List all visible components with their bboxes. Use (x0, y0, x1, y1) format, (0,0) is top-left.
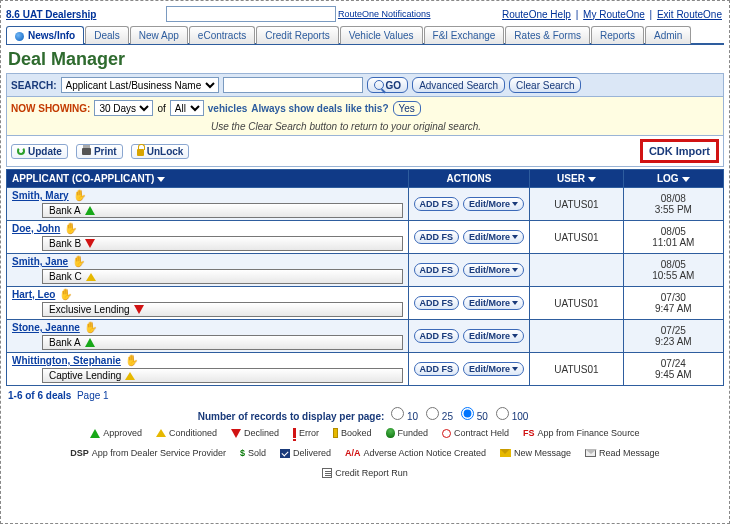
records-option-100[interactable]: 100 (496, 411, 528, 422)
applicant-link[interactable]: Doe, John (12, 223, 60, 234)
approved-icon (85, 206, 95, 215)
tab-vehicle-values[interactable]: Vehicle Values (340, 26, 423, 44)
advanced-search-button[interactable]: Advanced Search (412, 77, 505, 93)
tab-f-i-exchange[interactable]: F&I Exchange (424, 26, 505, 44)
tab-new-app[interactable]: New App (130, 26, 188, 44)
search-icon (374, 80, 384, 90)
edit-more-button[interactable]: Edit/More (463, 362, 524, 376)
edit-more-button[interactable]: Edit/More (463, 230, 524, 244)
unlock-button[interactable]: UnLock (131, 144, 190, 159)
top-links: RouteOne Help | My RouteOne | Exit Route… (500, 9, 724, 20)
tab-econtracts[interactable]: eContracts (189, 26, 255, 44)
sort-icon (682, 177, 690, 182)
notifications-link[interactable]: RouteOne Notifications (338, 9, 431, 19)
add-fs-button[interactable]: ADD FS (414, 296, 460, 310)
records-option-10[interactable]: 10 (391, 411, 418, 422)
hand-icon: ✋ (59, 289, 73, 300)
applicant-link[interactable]: Whittington, Stephanie (12, 355, 121, 366)
applicant-link[interactable]: Smith, Mary (12, 190, 69, 201)
chevron-down-icon (512, 235, 518, 239)
main-tabs: News/InfoDealsNew AppeContractsCredit Re… (6, 25, 724, 45)
credit-report-icon (322, 468, 332, 478)
page-title: Deal Manager (8, 49, 722, 70)
search-bar: SEARCH: Applicant Last/Business Name GO … (6, 73, 724, 97)
notification-input[interactable] (166, 6, 336, 22)
lock-icon (137, 149, 144, 156)
hand-icon: ✋ (73, 190, 87, 201)
filter-select[interactable]: All (170, 100, 204, 116)
tab-rates-forms[interactable]: Rates & Forms (505, 26, 590, 44)
hand-icon: ✋ (125, 355, 139, 366)
tab-news-info[interactable]: News/Info (6, 26, 84, 44)
col-user[interactable]: USER (530, 170, 623, 188)
funded-icon (386, 428, 395, 438)
cdk-import-button[interactable]: CDK Import (640, 139, 719, 163)
now-showing-bar: NOW SHOWING: 30 Days of All vehicles Alw… (6, 97, 724, 136)
add-fs-button[interactable]: ADD FS (414, 197, 460, 211)
bank-chip[interactable]: Bank A (42, 203, 403, 218)
search-input[interactable] (223, 77, 363, 93)
applicant-link[interactable]: Smith, Jane (12, 256, 68, 267)
records-option-50[interactable]: 50 (461, 411, 488, 422)
log-cell: 07/259:23 AM (623, 320, 723, 353)
yes-button[interactable]: Yes (393, 101, 421, 116)
user-cell (530, 254, 623, 287)
clear-search-button[interactable]: Clear Search (509, 77, 581, 93)
applicant-link[interactable]: Hart, Leo (12, 289, 55, 300)
tab-reports[interactable]: Reports (591, 26, 644, 44)
add-fs-button[interactable]: ADD FS (414, 329, 460, 343)
table-row: Whittington, Stephanie✋Captive Lending A… (7, 353, 724, 386)
sort-icon (157, 177, 165, 182)
bank-chip[interactable]: Captive Lending (42, 368, 403, 383)
col-log[interactable]: LOG (623, 170, 723, 188)
of-label: of (157, 103, 165, 114)
records-option-25[interactable]: 25 (426, 411, 453, 422)
error-icon (293, 428, 296, 438)
update-button[interactable]: Update (11, 144, 68, 159)
declined-icon (231, 429, 241, 438)
tab-credit-reports[interactable]: Credit Reports (256, 26, 338, 44)
legend: Approved Conditioned Declined Error Book… (6, 428, 724, 478)
bank-chip[interactable]: Bank B (42, 236, 403, 251)
my-routeone-link[interactable]: My RouteOne (583, 9, 645, 20)
table-row: Doe, John✋Bank B ADD FSEdit/MoreUATUS010… (7, 221, 724, 254)
now-showing-label: NOW SHOWING: (11, 103, 90, 114)
go-button[interactable]: GO (367, 77, 409, 93)
chevron-down-icon (512, 367, 518, 371)
table-row: Hart, Leo✋Exclusive Lending ADD FSEdit/M… (7, 287, 724, 320)
add-fs-button[interactable]: ADD FS (414, 263, 460, 277)
col-applicant[interactable]: APPLICANT (CO-APPLICANT) (7, 170, 409, 188)
records-per-page: Number of records to display per page: 1… (6, 407, 724, 422)
search-label: SEARCH: (11, 80, 57, 91)
delivered-icon (280, 449, 290, 458)
applicant-link[interactable]: Stone, Jeanne (12, 322, 80, 333)
edit-more-button[interactable]: Edit/More (463, 263, 524, 277)
hand-icon: ✋ (64, 223, 78, 234)
edit-more-button[interactable]: Edit/More (463, 296, 524, 310)
conditioned-icon (125, 372, 135, 380)
help-link[interactable]: RouteOne Help (502, 9, 571, 20)
print-button[interactable]: Print (76, 144, 123, 159)
tab-deals[interactable]: Deals (85, 26, 129, 44)
pager-info: 1-6 of 6 deals Page 1 (8, 390, 722, 401)
bank-chip[interactable]: Bank C (42, 269, 403, 284)
bank-chip[interactable]: Bank A (42, 335, 403, 350)
add-fs-button[interactable]: ADD FS (414, 362, 460, 376)
conditioned-icon (156, 429, 166, 437)
bank-chip[interactable]: Exclusive Lending (42, 302, 403, 317)
edit-more-button[interactable]: Edit/More (463, 329, 524, 343)
date-range-select[interactable]: 30 Days (94, 100, 153, 116)
hand-icon: ✋ (72, 256, 86, 267)
log-cell: 08/083:55 PM (623, 188, 723, 221)
search-field-select[interactable]: Applicant Last/Business Name (61, 77, 219, 93)
chevron-down-icon (512, 301, 518, 305)
tab-admin[interactable]: Admin (645, 26, 691, 44)
edit-more-button[interactable]: Edit/More (463, 197, 524, 211)
chevron-down-icon (512, 268, 518, 272)
col-actions: ACTIONS (408, 170, 530, 188)
action-row: Update Print UnLock CDK Import (6, 136, 724, 167)
log-cell: 08/0511:01 AM (623, 221, 723, 254)
dealer-link[interactable]: 8.6 UAT Dealership (6, 9, 96, 20)
add-fs-button[interactable]: ADD FS (414, 230, 460, 244)
exit-link[interactable]: Exit RouteOne (657, 9, 722, 20)
